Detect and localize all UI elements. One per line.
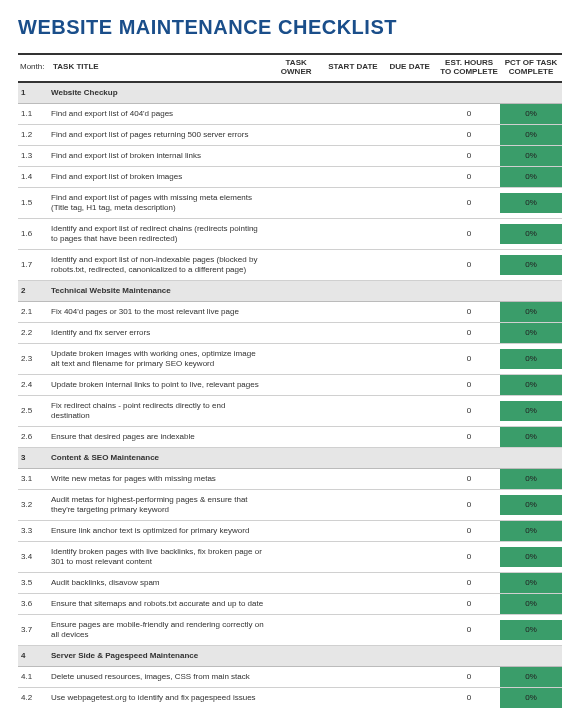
row-start-date[interactable]	[325, 343, 382, 374]
row-est-hours[interactable]: 0	[438, 468, 500, 489]
row-pct-cell[interactable]: 0%	[500, 166, 562, 187]
row-task-owner[interactable]	[268, 301, 325, 322]
row-due-date[interactable]	[381, 593, 438, 614]
row-task-owner[interactable]	[268, 374, 325, 395]
row-task-owner[interactable]	[268, 249, 325, 280]
row-task-owner[interactable]	[268, 687, 325, 708]
row-est-hours[interactable]: 0	[438, 103, 500, 124]
row-start-date[interactable]	[325, 187, 382, 218]
row-due-date[interactable]	[381, 218, 438, 249]
row-pct-cell[interactable]: 0%	[500, 322, 562, 343]
row-due-date[interactable]	[381, 249, 438, 280]
row-due-date[interactable]	[381, 614, 438, 645]
row-start-date[interactable]	[325, 103, 382, 124]
row-pct-cell[interactable]: 0%	[500, 249, 562, 280]
row-task-owner[interactable]	[268, 395, 325, 426]
row-start-date[interactable]	[325, 666, 382, 687]
row-pct-cell[interactable]: 0%	[500, 103, 562, 124]
row-pct-cell[interactable]: 0%	[500, 374, 562, 395]
row-start-date[interactable]	[325, 301, 382, 322]
row-start-date[interactable]	[325, 687, 382, 708]
row-task-owner[interactable]	[268, 343, 325, 374]
row-est-hours[interactable]: 0	[438, 187, 500, 218]
row-due-date[interactable]	[381, 103, 438, 124]
row-start-date[interactable]	[325, 541, 382, 572]
row-task-owner[interactable]	[268, 322, 325, 343]
row-start-date[interactable]	[325, 322, 382, 343]
row-est-hours[interactable]: 0	[438, 218, 500, 249]
row-due-date[interactable]	[381, 572, 438, 593]
row-pct-cell[interactable]: 0%	[500, 124, 562, 145]
row-due-date[interactable]	[381, 395, 438, 426]
row-pct-cell[interactable]: 0%	[500, 593, 562, 614]
row-pct-cell[interactable]: 0%	[500, 218, 562, 249]
row-pct-cell[interactable]: 0%	[500, 187, 562, 218]
row-start-date[interactable]	[325, 218, 382, 249]
row-est-hours[interactable]: 0	[438, 301, 500, 322]
row-task-owner[interactable]	[268, 541, 325, 572]
row-est-hours[interactable]: 0	[438, 666, 500, 687]
row-pct-cell[interactable]: 0%	[500, 520, 562, 541]
row-start-date[interactable]	[325, 520, 382, 541]
row-pct-cell[interactable]: 0%	[500, 489, 562, 520]
row-pct-cell[interactable]: 0%	[500, 395, 562, 426]
row-est-hours[interactable]: 0	[438, 687, 500, 708]
row-due-date[interactable]	[381, 541, 438, 572]
row-task-owner[interactable]	[268, 489, 325, 520]
row-est-hours[interactable]: 0	[438, 426, 500, 447]
row-start-date[interactable]	[325, 374, 382, 395]
row-pct-cell[interactable]: 0%	[500, 541, 562, 572]
row-task-owner[interactable]	[268, 103, 325, 124]
row-due-date[interactable]	[381, 468, 438, 489]
row-est-hours[interactable]: 0	[438, 395, 500, 426]
row-pct-cell[interactable]: 0%	[500, 145, 562, 166]
row-est-hours[interactable]: 0	[438, 322, 500, 343]
row-start-date[interactable]	[325, 145, 382, 166]
row-task-owner[interactable]	[268, 593, 325, 614]
row-due-date[interactable]	[381, 124, 438, 145]
row-est-hours[interactable]: 0	[438, 541, 500, 572]
row-pct-cell[interactable]: 0%	[500, 301, 562, 322]
row-pct-cell[interactable]: 0%	[500, 572, 562, 593]
row-task-owner[interactable]	[268, 218, 325, 249]
row-due-date[interactable]	[381, 301, 438, 322]
row-start-date[interactable]	[325, 593, 382, 614]
row-task-owner[interactable]	[268, 468, 325, 489]
row-task-owner[interactable]	[268, 124, 325, 145]
row-start-date[interactable]	[325, 468, 382, 489]
row-pct-cell[interactable]: 0%	[500, 468, 562, 489]
row-due-date[interactable]	[381, 322, 438, 343]
row-task-owner[interactable]	[268, 426, 325, 447]
row-start-date[interactable]	[325, 489, 382, 520]
row-pct-cell[interactable]: 0%	[500, 614, 562, 645]
row-task-owner[interactable]	[268, 187, 325, 218]
row-start-date[interactable]	[325, 249, 382, 280]
row-start-date[interactable]	[325, 166, 382, 187]
row-est-hours[interactable]: 0	[438, 343, 500, 374]
row-due-date[interactable]	[381, 426, 438, 447]
row-due-date[interactable]	[381, 145, 438, 166]
row-due-date[interactable]	[381, 520, 438, 541]
row-due-date[interactable]	[381, 166, 438, 187]
row-task-owner[interactable]	[268, 666, 325, 687]
row-pct-cell[interactable]: 0%	[500, 666, 562, 687]
row-due-date[interactable]	[381, 666, 438, 687]
row-due-date[interactable]	[381, 343, 438, 374]
row-est-hours[interactable]: 0	[438, 124, 500, 145]
row-pct-cell[interactable]: 0%	[500, 343, 562, 374]
row-est-hours[interactable]: 0	[438, 593, 500, 614]
row-start-date[interactable]	[325, 614, 382, 645]
row-est-hours[interactable]: 0	[438, 166, 500, 187]
row-est-hours[interactable]: 0	[438, 614, 500, 645]
row-est-hours[interactable]: 0	[438, 572, 500, 593]
row-due-date[interactable]	[381, 687, 438, 708]
row-start-date[interactable]	[325, 124, 382, 145]
row-due-date[interactable]	[381, 187, 438, 218]
row-start-date[interactable]	[325, 426, 382, 447]
row-start-date[interactable]	[325, 572, 382, 593]
row-start-date[interactable]	[325, 395, 382, 426]
row-task-owner[interactable]	[268, 166, 325, 187]
row-task-owner[interactable]	[268, 520, 325, 541]
row-task-owner[interactable]	[268, 572, 325, 593]
row-est-hours[interactable]: 0	[438, 374, 500, 395]
